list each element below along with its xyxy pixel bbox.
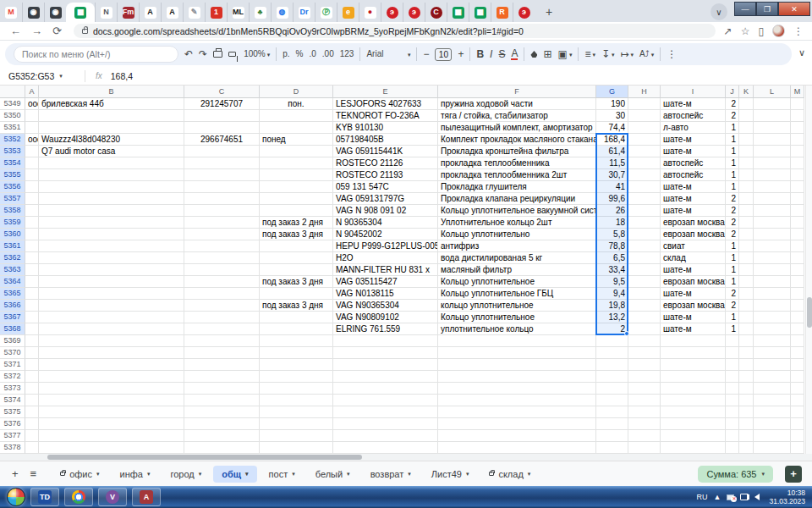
cell-G5376[interactable] [596, 418, 628, 430]
cell-B5356[interactable] [39, 181, 184, 193]
cell-E5377[interactable] [333, 430, 438, 442]
browser-tab-r-orange[interactable]: R [491, 3, 513, 22]
sheet-tab-menu-icon[interactable]: ▾ [528, 471, 531, 478]
cell-E5362[interactable]: H2O [333, 252, 438, 264]
cell-I5378[interactable] [661, 442, 726, 454]
cell-M5377[interactable] [791, 430, 804, 442]
browser-tab-drive-site[interactable]: Dr [293, 3, 315, 22]
cell-G5375[interactable] [596, 406, 628, 418]
cell-B5359[interactable] [39, 217, 184, 229]
tab-search-icon[interactable]: ∨ [710, 3, 727, 20]
cell-I5353[interactable]: шате-м [661, 146, 726, 157]
cell-J5377[interactable] [726, 430, 739, 442]
cell-I5361[interactable]: свиат [661, 240, 726, 252]
cell-G5362[interactable]: 6,5 [596, 252, 628, 264]
cell-K5373[interactable] [739, 383, 754, 395]
cell-L5352[interactable] [754, 134, 791, 146]
row-header-5370[interactable]: 5370 [0, 347, 25, 359]
cell-B5370[interactable] [39, 347, 184, 359]
cell-C5354[interactable] [184, 157, 260, 169]
cell-A5370[interactable] [25, 347, 39, 359]
browser-tab-green-tree[interactable]: ♣ [249, 3, 271, 22]
cell-J5360[interactable]: 2 [726, 229, 739, 240]
row-header-5351[interactable]: 5351 [0, 122, 25, 134]
cell-K5358[interactable] [739, 205, 754, 217]
cell-A5357[interactable] [25, 193, 39, 205]
cell-J5364[interactable]: 1 [726, 276, 739, 288]
cell-M5366[interactable] [791, 300, 804, 312]
cell-I5365[interactable]: шате-м [661, 288, 726, 300]
cell-K5371[interactable] [739, 359, 754, 371]
cell-M5353[interactable] [791, 146, 804, 157]
cell-E5375[interactable] [333, 406, 438, 418]
cell-C5370[interactable] [184, 347, 260, 359]
cell-J5371[interactable] [726, 359, 739, 371]
cell-G5364[interactable]: 9,5 [596, 276, 628, 288]
browser-tab-red-dot[interactable]: ● [359, 3, 381, 22]
cell-D5355[interactable] [260, 169, 333, 181]
cell-M5375[interactable] [791, 406, 804, 418]
cell-C5371[interactable] [184, 359, 260, 371]
cell-K5375[interactable] [739, 406, 754, 418]
cell-B5369[interactable] [39, 335, 184, 347]
browser-tab-p-green[interactable]: Ⓟ [315, 3, 337, 22]
cell-E5372[interactable] [333, 371, 438, 383]
cell-K5368[interactable] [739, 323, 754, 335]
cell-E5357[interactable]: VAG 059131797G [333, 193, 438, 205]
cell-A5377[interactable] [25, 430, 39, 442]
cell-E5373[interactable] [333, 383, 438, 395]
cell-F5355[interactable]: прокладка теплообменника 2шт [438, 169, 596, 181]
cell-I5360[interactable]: еврозап москва [661, 229, 726, 240]
cell-L5374[interactable] [754, 395, 791, 406]
undo-icon[interactable]: ↶ [184, 49, 193, 59]
cell-I5375[interactable] [661, 406, 726, 418]
column-header-J[interactable]: J [726, 86, 739, 98]
cell-K5370[interactable] [739, 347, 754, 359]
cell-J5366[interactable]: 2 [726, 300, 739, 312]
formula-input[interactable]: 168,4 [111, 71, 133, 81]
cell-C5378[interactable] [184, 442, 260, 454]
cell-M5365[interactable] [791, 288, 804, 300]
cell-C5360[interactable] [184, 229, 260, 240]
cell-H5377[interactable] [628, 430, 661, 442]
back-icon[interactable]: ← [10, 25, 21, 37]
sheet-tab-menu-icon[interactable]: ▾ [292, 471, 295, 478]
cell-F5360[interactable]: Кольцо уплотнительно [438, 229, 596, 240]
cell-E5365[interactable]: VAG N0138115 [333, 288, 438, 300]
browser-tab-emex[interactable]: э [513, 3, 535, 22]
cell-F5353[interactable]: Прокладка кронштейна фильтра [438, 146, 596, 157]
row-header-5349[interactable]: 5349 [0, 98, 25, 110]
cell-D5356[interactable] [260, 181, 333, 193]
cell-B5350[interactable] [39, 110, 184, 122]
cell-I5372[interactable] [661, 371, 726, 383]
cell-F5363[interactable]: масляный фильтр [438, 264, 596, 276]
cell-C5376[interactable] [184, 418, 260, 430]
cell-B5349[interactable]: брилевская 44б [39, 98, 184, 110]
cell-I5364[interactable]: еврозап москва [661, 276, 726, 288]
cell-C5349[interactable]: 291245707 [184, 98, 260, 110]
cell-D5374[interactable] [260, 395, 333, 406]
taskbar-app-tecdoc[interactable]: TD [30, 488, 59, 506]
cell-A5368[interactable] [25, 323, 39, 335]
cell-B5360[interactable] [39, 229, 184, 240]
cell-B5355[interactable] [39, 169, 184, 181]
cell-J5372[interactable] [726, 371, 739, 383]
cell-B5373[interactable] [39, 383, 184, 395]
cell-M5352[interactable] [791, 134, 804, 146]
row-header-5366[interactable]: 5366 [0, 300, 25, 312]
cell-K5354[interactable] [739, 157, 754, 169]
sheet-tab-белый[interactable]: белый▾ [307, 466, 359, 483]
row-header-5363[interactable]: 5363 [0, 264, 25, 276]
cell-D5363[interactable] [260, 264, 333, 276]
cell-D5365[interactable] [260, 288, 333, 300]
cell-A5350[interactable] [25, 110, 39, 122]
cell-G5374[interactable] [596, 395, 628, 406]
cell-I5354[interactable]: автоспейс [661, 157, 726, 169]
text-color-button[interactable]: A [511, 48, 518, 60]
cell-K5350[interactable] [739, 110, 754, 122]
cell-G5360[interactable]: 5,8 [596, 229, 628, 240]
cell-D5359[interactable]: под заказ 2 дня [260, 217, 333, 229]
cell-L5372[interactable] [754, 371, 791, 383]
cell-A5354[interactable] [25, 157, 39, 169]
cell-M5374[interactable] [791, 395, 804, 406]
